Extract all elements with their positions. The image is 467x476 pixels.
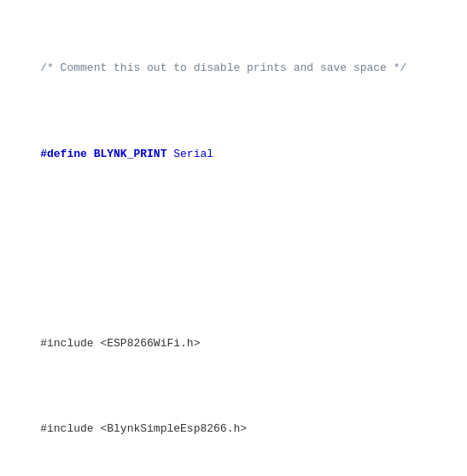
- code-editor: /* Comment this out to disable prints an…: [14, 9, 453, 476]
- comment-and: and: [294, 61, 313, 74]
- define-keyword: #define BLYNK_PRINT: [40, 148, 166, 160]
- line-2: #define BLYNK_PRINT Serial: [14, 129, 453, 180]
- line-6: #include <BlynkSimpleEsp8266.h>: [14, 403, 453, 455]
- line-5: #include <ESP8266WiFi.h>: [14, 318, 453, 369]
- comment-save-space: save space */: [313, 61, 406, 74]
- line-1: /* Comment this out to disable prints an…: [14, 43, 453, 94]
- define-value: Serial: [166, 148, 213, 160]
- include-blynk: #include <BlynkSimpleEsp8266.h>: [40, 422, 247, 435]
- empty-line-4: [14, 266, 453, 283]
- comment-disable-prints: /* Comment this out to disable prints: [40, 61, 293, 74]
- include-wifi: #include <ESP8266WiFi.h>: [40, 337, 200, 350]
- empty-line-3: [14, 215, 453, 232]
